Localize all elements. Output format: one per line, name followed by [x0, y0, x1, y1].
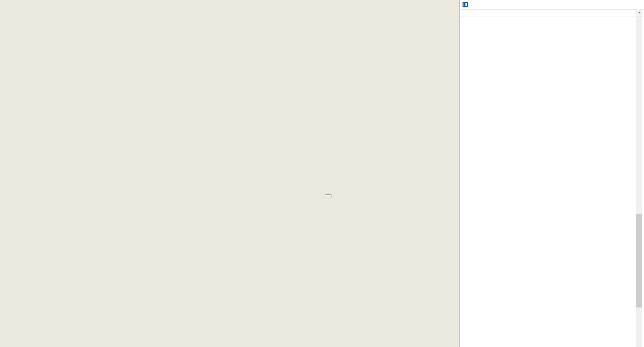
column-header-average[interactable] — [608, 10, 633, 16]
column-header-current[interactable] — [535, 10, 559, 16]
hwinfo-app-icon — [463, 2, 468, 7]
sensor-table-body — [460, 16, 633, 347]
column-header-sensor[interactable] — [460, 10, 535, 16]
sensor-table-header — [460, 10, 644, 16]
maximize-button-icon[interactable] — [621, 0, 632, 9]
scroll-up-icon[interactable]: ▲ — [636, 9, 642, 15]
screen: ▲ — [0, 0, 644, 347]
scrollbar-thumb[interactable] — [636, 214, 642, 307]
hwinfo-titlebar[interactable] — [460, 0, 644, 10]
minimize-button-icon[interactable] — [608, 0, 620, 9]
scrollbar[interactable]: ▲ — [636, 9, 642, 347]
graph-tooltip — [325, 194, 331, 197]
column-header-maximum[interactable] — [584, 10, 608, 16]
close-button-icon[interactable] — [632, 0, 643, 9]
hwinfo-window: ▲ — [460, 0, 644, 347]
column-header-minimum[interactable] — [559, 10, 584, 16]
